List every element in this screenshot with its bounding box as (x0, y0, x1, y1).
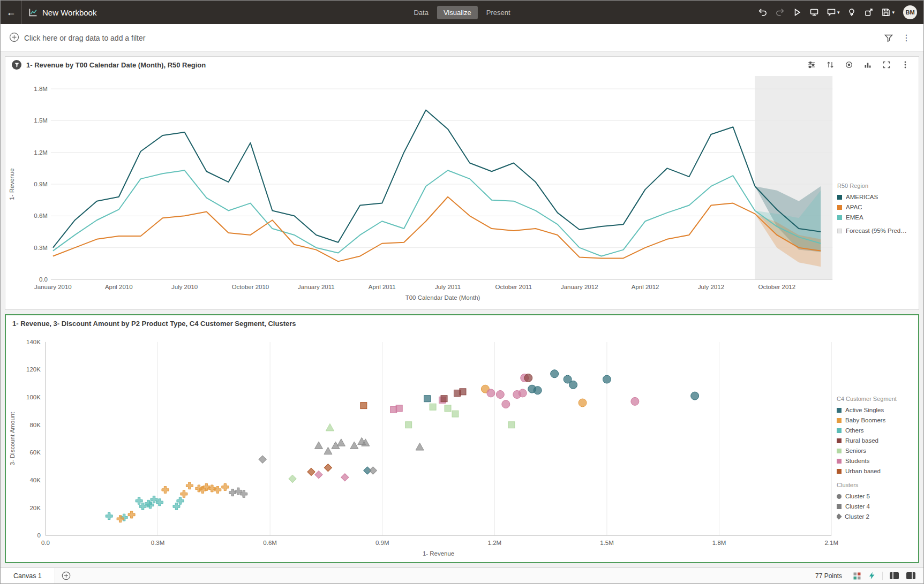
legend-item[interactable]: APAC (837, 204, 913, 210)
revenue-line-chart[interactable]: 1.8M1.5M1.2M0.9M0.6M0.3M0.0January 2010A… (5, 73, 919, 309)
viz-maximize-icon[interactable] (880, 59, 893, 70)
x-axis-labels: January 2010April 2010July 2010October 2… (34, 284, 795, 290)
filter-bar: Click here or drag data to add a filter … (1, 24, 923, 52)
svg-text:October 2012: October 2012 (758, 284, 796, 290)
legend-item[interactable]: Cluster 4 (837, 503, 913, 510)
viz-target-icon[interactable] (842, 59, 856, 70)
viz-menu-kebab-icon[interactable] (898, 59, 912, 70)
svg-text:0.6M: 0.6M (263, 540, 277, 546)
viz-sort-icon[interactable] (823, 59, 837, 70)
segment-legend-items: Active SinglesBaby BoomersOthersRural ba… (837, 407, 913, 474)
legend-swatch (837, 469, 842, 474)
canvas-grid-icon[interactable] (850, 570, 865, 582)
canvas-area: 1- Revenue by T00 Calendar Date (Month),… (1, 52, 923, 567)
svg-text:July 2011: July 2011 (435, 284, 461, 290)
legend-item[interactable]: Active Singles (837, 407, 913, 413)
filter-bar-menu-kebab-icon[interactable]: ⋮ (898, 31, 915, 45)
scatter-points[interactable] (106, 370, 698, 522)
top-bar: ← New Workbook Data Visualize Present (1, 1, 923, 24)
back-button[interactable]: ← (1, 1, 22, 24)
tab-visualize[interactable]: Visualize (437, 6, 478, 19)
legend-label: Students (845, 458, 869, 464)
user-avatar[interactable]: BM (903, 5, 917, 19)
svg-text:0.6M: 0.6M (34, 213, 48, 219)
revenue-lines[interactable] (53, 110, 821, 262)
save-button[interactable]: ▾ (879, 5, 897, 19)
viz-analytics-icon[interactable] (861, 59, 875, 70)
svg-text:April 2011: April 2011 (369, 284, 396, 290)
svg-text:January 2010: January 2010 (34, 284, 72, 290)
svg-text:60K: 60K (29, 449, 41, 456)
view-tabs: Data Visualize Present (407, 1, 516, 24)
workbook-icon (28, 7, 38, 17)
add-filter-button[interactable]: Click here or drag data to add a filter (9, 32, 145, 44)
svg-text:80K: 80K (29, 422, 41, 428)
legend-item[interactable]: EMEA (837, 214, 913, 221)
legend-swatch (837, 408, 842, 413)
legend-item[interactable]: Baby Boomers (837, 417, 913, 423)
svg-text:October 2010: October 2010 (232, 284, 269, 290)
top-bar-actions: ▾ ▾ BM (756, 1, 923, 24)
svg-text:1.5M: 1.5M (600, 540, 614, 546)
undo-button[interactable] (756, 5, 770, 19)
svg-text:0.0: 0.0 (39, 276, 48, 283)
legend-items: AMERICASAPACEMEA (837, 194, 913, 221)
line-chart-area[interactable]: 1.8M1.5M1.2M0.9M0.6M0.3M0.0January 2010A… (5, 73, 919, 309)
legend-item[interactable]: Cluster 2 (837, 513, 913, 520)
export-button[interactable] (862, 5, 876, 19)
canvas-tab[interactable]: Canvas 1 (1, 568, 55, 583)
scatter-chart-area[interactable]: 0.00.3M0.6M0.9M1.2M1.5M1.8M2.1M020K40K60… (6, 331, 918, 562)
legend-label: Rural based (845, 437, 878, 444)
line-chart-legend: R50 Region AMERICASAPACEMEA Forecast (95… (837, 183, 913, 238)
svg-text:100K: 100K (26, 394, 41, 400)
run-play-button[interactable] (790, 5, 804, 19)
legend-swatch (837, 229, 842, 233)
legend-label: EMEA (846, 214, 863, 221)
legend-item[interactable]: AMERICAS (837, 194, 913, 200)
layout-left-panel-icon[interactable] (886, 570, 903, 582)
chevron-down-icon: ▾ (892, 10, 895, 15)
cluster-shape-diamond-icon (837, 513, 842, 519)
svg-text:1.2M: 1.2M (34, 149, 48, 156)
legend-item[interactable]: Rural based (837, 437, 913, 444)
svg-text:January 2011: January 2011 (298, 284, 335, 290)
discount-scatter-chart[interactable]: 0.00.3M0.6M0.9M1.2M1.5M1.8M2.1M020K40K60… (6, 331, 918, 562)
svg-text:1- Revenue: 1- Revenue (423, 550, 454, 557)
scatter-panel[interactable]: 1- Revenue, 3- Discount Amount by P2 Pro… (5, 314, 919, 563)
legend-item[interactable]: Urban based (837, 468, 913, 474)
legend-label: Cluster 2 (845, 513, 869, 520)
tab-data[interactable]: Data (407, 6, 434, 19)
legend-title: R50 Region (837, 183, 913, 189)
insights-lightbulb-button[interactable] (845, 5, 859, 19)
svg-text:July 2010: July 2010 (171, 284, 198, 290)
svg-text:T00 Calendar Date (Month): T00 Calendar Date (Month) (405, 294, 480, 301)
filter-settings-icon[interactable] (880, 31, 898, 45)
comments-button[interactable]: ▾ (824, 5, 842, 19)
active-filter-badge[interactable] (12, 60, 21, 70)
tab-present[interactable]: Present (480, 6, 517, 19)
legend-item[interactable]: Others (837, 427, 913, 434)
svg-text:January 2012: January 2012 (561, 284, 598, 290)
svg-text:1.8M: 1.8M (712, 540, 726, 546)
legend-swatch (837, 205, 842, 210)
viz-filter-controls-icon[interactable] (805, 59, 818, 70)
line-chart-panel[interactable]: 1- Revenue by T00 Calendar Date (Month),… (5, 56, 919, 310)
legend-item[interactable]: Students (837, 458, 913, 464)
redo-button[interactable] (773, 5, 787, 19)
legend-swatch (837, 438, 842, 443)
legend-item[interactable]: Forecast (95% Pred… (837, 227, 913, 234)
gridlines: 1.8M1.5M1.2M0.9M0.6M0.3M0.0 (34, 86, 832, 283)
legend-item[interactable]: Cluster 5 (837, 493, 913, 499)
cluster-shape-circle-icon (837, 494, 842, 499)
legend-item[interactable]: Seniors (837, 448, 913, 454)
present-screen-button[interactable] (807, 5, 821, 19)
legend-label: Forecast (95% Pred… (846, 227, 907, 234)
svg-text:April 2010: April 2010 (105, 284, 133, 290)
layout-right-panel-icon[interactable] (903, 570, 919, 582)
svg-text:0: 0 (37, 532, 41, 539)
add-canvas-button[interactable] (55, 571, 77, 580)
legend-swatch (837, 449, 842, 453)
workbook-title: New Workbook (42, 8, 96, 17)
gridlines: 0.00.3M0.6M0.9M1.2M1.5M1.8M2.1M020K40K60… (26, 339, 838, 546)
refresh-lightning-icon[interactable] (865, 570, 879, 581)
